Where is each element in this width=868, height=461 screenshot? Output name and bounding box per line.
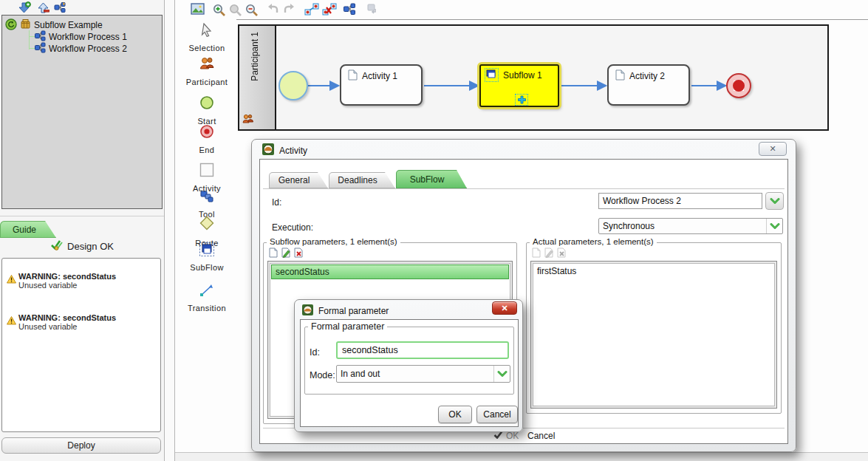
document-icon bbox=[615, 69, 625, 83]
workflow-editor-app: Subflow Example Workflow Process 1 Workf… bbox=[0, 0, 868, 461]
participant-lane-header[interactable]: Participant 1 bbox=[239, 26, 276, 129]
guide-tab[interactable]: Guide bbox=[0, 221, 56, 238]
toolbar-separator bbox=[236, 19, 868, 20]
tree-connector bbox=[29, 30, 30, 49]
export-icon[interactable] bbox=[366, 3, 380, 17]
activity-1-node[interactable]: Activity 1 bbox=[340, 64, 423, 106]
mode-value: In and out bbox=[337, 369, 493, 379]
subflow-id-field[interactable]: Workflow Process 2 bbox=[598, 193, 762, 209]
design-ok-label: Design OK bbox=[67, 241, 114, 252]
subflow-1-node[interactable]: Subflow 1 bbox=[479, 64, 559, 107]
warning-title: WARNING: secondStatus bbox=[18, 272, 154, 281]
import-package-icon[interactable] bbox=[18, 1, 31, 14]
palette-participant[interactable]: Participant bbox=[175, 57, 239, 86]
node-label: Subflow 1 bbox=[503, 70, 542, 81]
open-subprocess-icon[interactable] bbox=[515, 94, 528, 106]
package-icon bbox=[20, 18, 31, 32]
mode-combo[interactable]: In and out bbox=[336, 365, 510, 383]
graph-overview-icon[interactable] bbox=[191, 3, 205, 17]
process-graph-icon[interactable] bbox=[344, 3, 358, 17]
end-node-dot bbox=[733, 80, 745, 92]
activity-cancel-button[interactable]: Cancel bbox=[527, 431, 555, 441]
lane-label: Participant 1 bbox=[250, 32, 260, 81]
warning-item[interactable]: WARNING: secondStatus Unused variable bbox=[7, 272, 154, 290]
end-node-icon bbox=[199, 124, 214, 142]
tree-item-label: Workflow Process 1 bbox=[49, 32, 127, 42]
workflow-tree: Subflow Example Workflow Process 1 Workf… bbox=[1, 15, 163, 209]
formal-ok-button[interactable]: OK bbox=[438, 406, 472, 423]
group-title: Subflow parameters, 1 element(s) bbox=[267, 237, 400, 246]
dialog-title-text: Formal parameter bbox=[318, 306, 389, 316]
palette-activity[interactable]: Activity bbox=[175, 163, 239, 193]
new-parameter-icon bbox=[531, 247, 541, 258]
remove-package-icon[interactable] bbox=[37, 1, 49, 14]
check-icon bbox=[493, 431, 503, 441]
tree-item-process-2[interactable]: Workflow Process 2 bbox=[35, 43, 127, 55]
workflow-pool: Participant 1 Activity 1 Subflow bbox=[238, 24, 829, 131]
guide-tab-label: Guide bbox=[13, 225, 36, 235]
start-node-icon bbox=[199, 95, 214, 113]
warning-title: WARNING: secondStatus bbox=[18, 313, 154, 322]
end-node[interactable] bbox=[726, 73, 751, 98]
chevron-down-icon[interactable] bbox=[766, 219, 782, 233]
undo-icon[interactable] bbox=[266, 3, 280, 17]
status-strip bbox=[175, 452, 868, 461]
zoom-out-icon[interactable] bbox=[245, 3, 259, 17]
participant-icon bbox=[199, 57, 215, 74]
new-process-icon[interactable] bbox=[54, 1, 66, 14]
palette-end[interactable]: End bbox=[175, 124, 239, 154]
edit-parameter-icon[interactable] bbox=[281, 247, 291, 258]
close-icon[interactable]: ✕ bbox=[759, 142, 787, 156]
formal-cancel-button[interactable]: Cancel bbox=[476, 406, 518, 423]
warning-detail: Unused variable bbox=[18, 322, 154, 331]
process-icon bbox=[35, 42, 46, 55]
id-label: Id: bbox=[310, 347, 320, 358]
activity-dialog-titlebar[interactable]: Activity bbox=[262, 143, 307, 157]
start-node[interactable] bbox=[278, 71, 308, 100]
app-logo-icon bbox=[262, 143, 274, 157]
param-row-firstStatus[interactable]: firstStatus bbox=[533, 264, 774, 279]
zoom-in-icon[interactable] bbox=[212, 3, 226, 17]
warning-icon bbox=[7, 273, 16, 287]
delete-parameter-icon[interactable] bbox=[293, 247, 304, 258]
warning-item[interactable]: WARNING: secondStatus Unused variable bbox=[7, 313, 154, 331]
tab-subflow[interactable]: SubFlow bbox=[396, 170, 467, 188]
tree-item-label: Workflow Process 2 bbox=[49, 44, 127, 54]
participant-icon bbox=[242, 114, 253, 127]
palette-item-label: End bbox=[199, 146, 215, 154]
group-title: Actual parameters, 1 element(s) bbox=[530, 237, 657, 246]
tab-label: Deadlines bbox=[338, 175, 377, 185]
palette-transition[interactable]: Transition bbox=[175, 284, 239, 313]
execution-combo[interactable]: Synchronous bbox=[598, 218, 783, 234]
return-to-package-icon[interactable] bbox=[5, 18, 17, 33]
activity-ok-button[interactable]: OK bbox=[493, 431, 519, 441]
palette-start[interactable]: Start bbox=[175, 95, 239, 126]
validation-warnings-list: WARNING: secondStatus Unused variable WA… bbox=[1, 258, 161, 432]
show-transitions-icon[interactable] bbox=[304, 3, 318, 17]
palette-item-label: Participant bbox=[186, 78, 228, 86]
close-icon[interactable]: ✕ bbox=[492, 301, 517, 315]
deploy-button[interactable]: Deploy bbox=[1, 437, 161, 454]
palette-item-label: Selection bbox=[189, 44, 225, 52]
actual-params-toolbar bbox=[531, 247, 567, 258]
formal-id-input[interactable] bbox=[336, 341, 509, 359]
formal-parameter-dialog: Formal parameter ✕ Formal parameter Id: … bbox=[294, 299, 523, 432]
palette-subflow[interactable]: SubFlow bbox=[175, 242, 239, 272]
panel-divider[interactable] bbox=[164, 0, 175, 461]
tree-item-process-1[interactable]: Workflow Process 1 bbox=[35, 31, 127, 43]
zoom-actual-icon[interactable] bbox=[228, 3, 242, 17]
subflow-id-dropdown-button[interactable] bbox=[765, 192, 784, 210]
remove-transitions-icon[interactable] bbox=[322, 3, 336, 17]
palette-selection[interactable]: Selection bbox=[175, 23, 239, 52]
tab-deadlines[interactable]: Deadlines bbox=[329, 172, 395, 188]
new-parameter-icon[interactable] bbox=[268, 247, 278, 258]
redo-icon[interactable] bbox=[282, 3, 296, 17]
param-row-secondStatus[interactable]: secondStatus bbox=[271, 264, 509, 279]
chevron-down-icon[interactable] bbox=[493, 366, 510, 382]
subflow-node-icon bbox=[199, 242, 214, 259]
tree-root-label: Subflow Example bbox=[34, 20, 103, 30]
formal-dialog-titlebar[interactable]: Formal parameter bbox=[302, 304, 389, 318]
tab-general[interactable]: General bbox=[269, 172, 328, 188]
activity-2-node[interactable]: Activity 2 bbox=[607, 64, 690, 106]
tree-root-row[interactable]: Subflow Example bbox=[5, 19, 103, 31]
